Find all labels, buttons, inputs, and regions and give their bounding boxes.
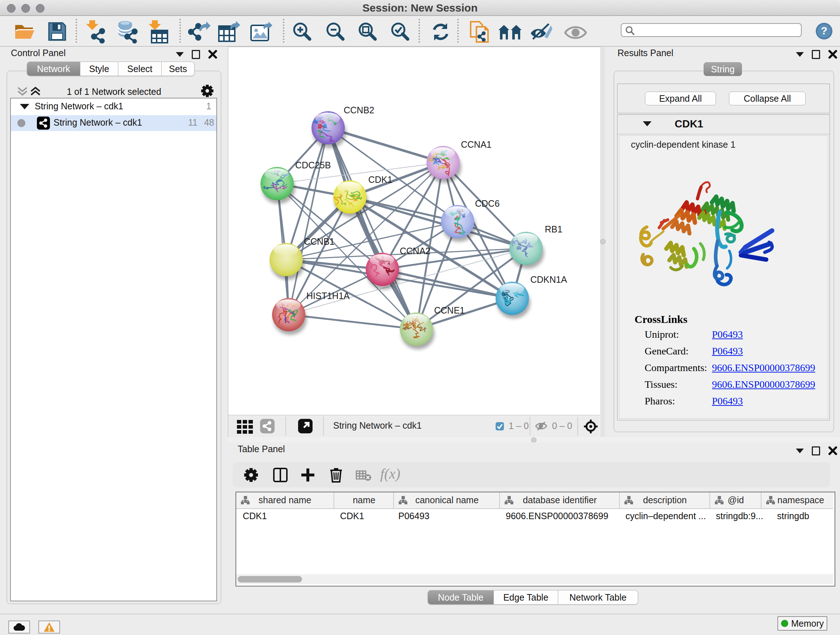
- svg-text:CDKN1A: CDKN1A: [531, 274, 567, 285]
- svg-text:CCNA2: CCNA2: [400, 246, 431, 256]
- svg-text:CCNE1: CCNE1: [434, 305, 465, 315]
- svg-text:CDK1: CDK1: [368, 174, 393, 185]
- svg-text:CDC6: CDC6: [475, 198, 500, 209]
- svg-text:CCNB1: CCNB1: [304, 236, 335, 247]
- svg-text:CDC25B: CDC25B: [295, 160, 331, 170]
- svg-text:CCNA1: CCNA1: [461, 139, 492, 149]
- svg-text:?: ?: [821, 25, 827, 36]
- svg-text:RB1: RB1: [545, 224, 562, 234]
- svg-text:HIST1H1A: HIST1H1A: [306, 291, 350, 301]
- svg-text:CCNB2: CCNB2: [344, 105, 374, 115]
